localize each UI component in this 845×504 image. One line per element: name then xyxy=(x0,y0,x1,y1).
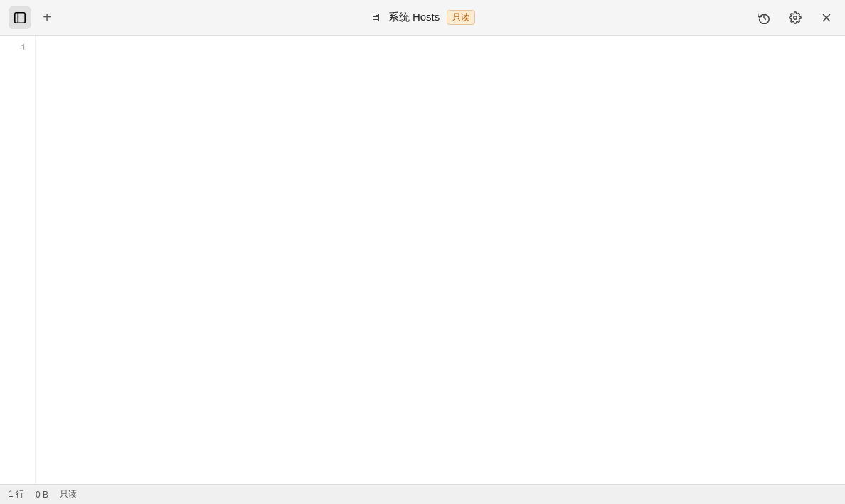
readonly-badge: 只读 xyxy=(447,10,475,25)
svg-point-2 xyxy=(794,16,797,19)
svg-rect-0 xyxy=(15,12,25,22)
close-button[interactable] xyxy=(817,8,836,28)
titlebar-center: 🖥 系统 Hosts 只读 xyxy=(94,10,751,25)
file-title: 系统 Hosts xyxy=(388,11,440,24)
history-button[interactable] xyxy=(754,8,774,28)
settings-button[interactable] xyxy=(785,8,805,28)
titlebar: + 🖥 系统 Hosts 只读 xyxy=(0,0,845,36)
titlebar-left: + xyxy=(9,6,94,29)
line-numbers: 1 xyxy=(0,36,36,484)
editor-area: 1 xyxy=(0,36,845,484)
line-info: 1 行 xyxy=(9,488,24,500)
monitor-icon: 🖥 xyxy=(370,11,381,24)
line-number-1: 1 xyxy=(0,41,35,55)
settings-icon xyxy=(789,11,802,24)
close-icon xyxy=(820,11,833,24)
history-icon xyxy=(758,11,770,24)
sidebar-toggle-button[interactable] xyxy=(9,6,31,29)
size-info: 0 B xyxy=(36,490,48,500)
mode-info: 只读 xyxy=(60,488,77,500)
statusbar: 1 行 0 B 只读 xyxy=(0,484,845,504)
titlebar-right xyxy=(751,8,836,28)
add-tab-button[interactable]: + xyxy=(37,8,57,28)
editor-content[interactable] xyxy=(36,36,845,484)
